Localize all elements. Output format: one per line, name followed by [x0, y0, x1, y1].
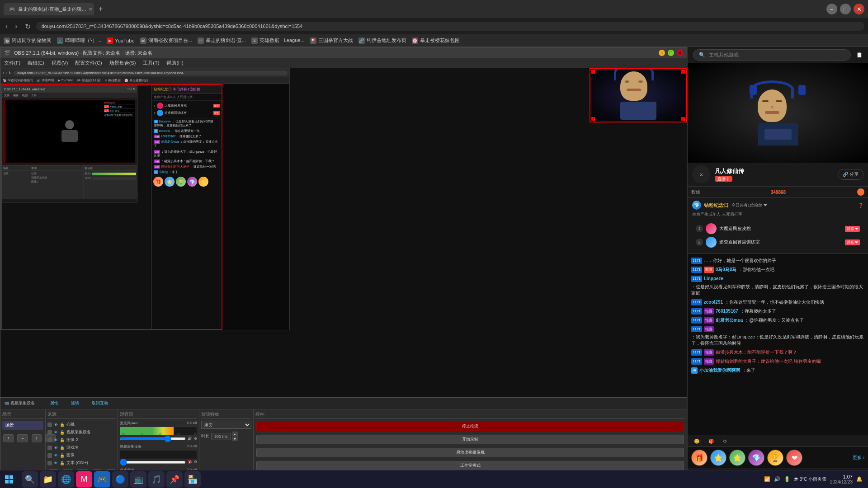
- obs-menu-view[interactable]: 视图(V): [52, 60, 68, 66]
- bookmark-sgs[interactable]: 🎴 三国杀官方大战: [310, 37, 353, 44]
- obs-duration-up[interactable]: ▲: [232, 432, 238, 436]
- new-tab-button[interactable]: +: [96, 5, 105, 13]
- obs-filter-btn[interactable]: 滤镜: [66, 399, 84, 408]
- obs-mixer-cap-settings[interactable]: ⚙: [194, 460, 197, 464]
- inner-bm-6[interactable]: 🌸 暴走被樱花妹: [124, 78, 148, 83]
- obs-menu-scene-collection[interactable]: 场景集合(S): [109, 60, 136, 66]
- obs-properties-btn[interactable]: 属性: [46, 399, 63, 408]
- share-button[interactable]: 🔗 分享: [838, 169, 863, 180]
- systray-sound[interactable]: 🔊: [774, 476, 780, 482]
- obs-menu-tools[interactable]: 工具(T): [143, 60, 159, 66]
- back-button[interactable]: ‹: [4, 20, 9, 32]
- taskbar-search[interactable]: 🔍: [22, 471, 38, 488]
- gift-5[interactable]: 🏆: [767, 450, 783, 466]
- bookmark-sakura[interactable]: 🌸 暴走被樱花妹包围: [412, 37, 460, 44]
- start-button[interactable]: [0, 470, 18, 488]
- inner-bm-2[interactable]: 📺 哔哩哔哩: [37, 78, 54, 83]
- obs-source-image[interactable]: 👁 🔒 图像: [47, 451, 116, 459]
- inner-bm-3[interactable]: ▶ YouTube: [58, 79, 73, 82]
- gift-btn[interactable]: 🎁: [706, 438, 717, 445]
- obs-source-heartbeat[interactable]: 👁 🔒 心跳: [47, 421, 116, 428]
- bookmark-bilibili[interactable]: 📺 哔哩哔哩（'·）...: [57, 37, 101, 44]
- gift-1[interactable]: 🎁: [691, 450, 708, 466]
- forward-button[interactable]: ›: [13, 20, 19, 32]
- obs-menu-file[interactable]: 文件(F): [4, 60, 20, 66]
- bookmark-storage[interactable]: 📚 阿虚同学的储物间: [4, 37, 52, 44]
- reload-button[interactable]: ↻: [23, 20, 33, 33]
- obs-source-text[interactable]: 👁 🔒 文本 (GDI+): [47, 459, 116, 467]
- taskbar-store[interactable]: 🏪: [184, 471, 201, 488]
- obs-sources-header: 来源: [47, 411, 116, 419]
- obs-start-vcam[interactable]: 启动虚拟摄像机: [256, 448, 684, 457]
- obs-start-record[interactable]: 开始录制: [256, 435, 684, 444]
- more-gifts-btn[interactable]: 更多 ›: [853, 455, 864, 461]
- obs-add-scene[interactable]: +: [3, 434, 14, 442]
- inner-bm-4[interactable]: 🎮 暴走的狼剑君: [77, 78, 101, 83]
- taskbar-files[interactable]: 📁: [40, 471, 56, 488]
- history-icon[interactable]: 📋: [856, 52, 863, 58]
- obs-maximize[interactable]: □: [668, 50, 674, 56]
- gift-2[interactable]: ⭐: [710, 450, 726, 466]
- bookmark-stream[interactable]: 🎮 暴走的狼剑君·直...: [198, 37, 246, 44]
- emoji-btn[interactable]: 😊: [691, 438, 702, 445]
- douyu-search-box[interactable]: 🔍 主机其他游戏: [693, 49, 851, 61]
- address-bar[interactable]: douyu.com/251783?_r=0.34346786679800098&…: [36, 22, 864, 31]
- obs-mixer-mic-settings[interactable]: ⚙: [194, 436, 197, 441]
- taskbar-mail[interactable]: M: [76, 471, 92, 488]
- bookmark-yz[interactable]: 🔗 约伊兹地址发布页: [359, 37, 406, 44]
- obs-interact-btn[interactable]: 取消互动: [87, 399, 113, 408]
- bookmark-youtube[interactable]: ▶ YouTube: [107, 38, 134, 44]
- obs-scene-up[interactable]: ↑: [32, 434, 42, 442]
- close-button[interactable]: ✕: [854, 4, 864, 14]
- inner-gift-2[interactable]: 🌟: [165, 177, 175, 187]
- obs-mixer-cap-slider[interactable]: [120, 461, 186, 464]
- systray-network[interactable]: 📶: [764, 476, 770, 482]
- obs-stop-stream[interactable]: 停止推流: [256, 422, 684, 431]
- obs-minimize[interactable]: −: [659, 50, 665, 56]
- obs-studio-mode[interactable]: 工作室模式: [256, 461, 684, 470]
- obs-mixer-mic-slider[interactable]: [120, 437, 186, 440]
- obs-menu-profile[interactable]: 配置文件(C): [75, 60, 102, 66]
- taskbar-chrome[interactable]: 🔵: [112, 471, 128, 488]
- gift-6[interactable]: ❤: [786, 450, 802, 466]
- inner-bm-5[interactable]: ⚔ 英雄数据: [104, 78, 121, 83]
- bookmark-hunan[interactable]: 🏛 湖南省投资项目在...: [140, 37, 192, 44]
- obs-close[interactable]: ✕: [677, 50, 683, 56]
- inner-nav-back[interactable]: ‹: [3, 71, 4, 75]
- gift-3[interactable]: 🌟: [729, 450, 745, 466]
- taskbar-media[interactable]: 📺: [130, 471, 146, 488]
- obs-mixer-cap-mute[interactable]: 🔇: [188, 460, 192, 464]
- inner-gift-4[interactable]: 💎: [187, 177, 197, 187]
- inner-address-bar[interactable]: douyu.com/251783?_r=0.34346786679800098&…: [14, 70, 288, 75]
- bookmark-lol[interactable]: ⚔ 英雄数据 - League...: [251, 37, 305, 44]
- maximize-button[interactable]: □: [840, 4, 851, 14]
- obs-mixer-mic-label: 麦克风/Aux: [120, 421, 138, 426]
- tab-close-btn[interactable]: ✕: [89, 7, 92, 12]
- taskbar-pin[interactable]: 📌: [166, 471, 183, 488]
- diamond-info-icon[interactable]: ❓: [858, 203, 863, 208]
- obs-menu-help[interactable]: 帮助(H): [166, 60, 183, 66]
- taskbar-edge[interactable]: 🌐: [58, 471, 74, 488]
- inner-gift-3[interactable]: 🏆: [176, 177, 186, 187]
- taskbar-game1[interactable]: 🎮: [94, 471, 110, 488]
- obs-transition-type[interactable]: 渐变: [201, 421, 251, 429]
- systray-battery[interactable]: 🔋: [784, 476, 790, 482]
- obs-mixer-mic-mute[interactable]: 🔊: [188, 436, 192, 441]
- obs-source-image2[interactable]: 👁 🔒 图像 2: [47, 436, 116, 444]
- settings-btn[interactable]: ⚙: [720, 438, 730, 445]
- inner-gift-1[interactable]: 🎁: [153, 177, 163, 187]
- gift-4[interactable]: 💎: [748, 450, 764, 466]
- obs-remove-scene[interactable]: −: [17, 434, 28, 442]
- inner-nav-refresh[interactable]: ↻: [9, 71, 12, 75]
- minimize-button[interactable]: −: [826, 4, 837, 14]
- obs-source-gamename[interactable]: 👁 🔒 游戏名: [47, 444, 116, 451]
- obs-scene-item[interactable]: 场景: [2, 421, 43, 430]
- obs-menu-edit[interactable]: 编辑(E): [28, 60, 44, 66]
- taskbar-music[interactable]: 🎵: [148, 471, 165, 488]
- obs-source-capture[interactable]: 👁 🔒 视频采集设备: [47, 428, 116, 436]
- obs-duration-down[interactable]: ▼: [232, 436, 238, 441]
- inner-nav-forward[interactable]: ›: [6, 71, 7, 75]
- systray-notification[interactable]: 🔔: [856, 476, 863, 482]
- inner-gift-5[interactable]: ⭐: [198, 177, 208, 187]
- inner-bm-1[interactable]: 📚 阿虚同学的储物间: [3, 78, 33, 83]
